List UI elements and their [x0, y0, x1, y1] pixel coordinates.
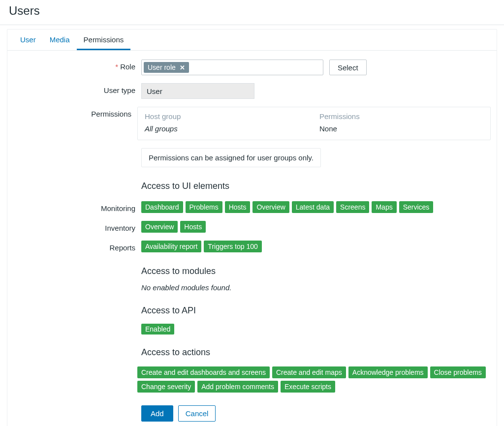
- api-status-pill: Enabled: [141, 324, 174, 335]
- permission-pill: Services: [399, 201, 434, 213]
- permission-pill: Triggers top 100: [204, 241, 261, 252]
- permissions-form: *Role User role ✕ Select User type User …: [7, 51, 497, 426]
- permission-pill: Latest data: [292, 201, 334, 213]
- role-multiselect[interactable]: User role ✕: [141, 60, 323, 75]
- permission-pill: Hosts: [180, 221, 206, 233]
- cancel-button[interactable]: Cancel: [178, 405, 216, 422]
- permission-pill: Execute scripts: [281, 381, 335, 393]
- api-title: Access to API: [141, 305, 196, 316]
- perm-row-hostgroup: All groups: [145, 124, 319, 133]
- row-api-title: Access to API: [13, 305, 491, 321]
- permission-pill: Screens: [336, 201, 369, 213]
- row-actions-title: Access to actions: [13, 347, 491, 363]
- actions-title: Access to actions: [141, 347, 210, 358]
- row-modules-note: No enabled modules found.: [13, 283, 491, 292]
- pills-inventory: OverviewHosts: [141, 221, 206, 233]
- label-inventory: Inventory: [13, 221, 141, 232]
- select-role-button[interactable]: Select: [329, 60, 367, 75]
- perm-header-permissions: Permissions: [319, 112, 483, 121]
- permissions-table: Host group Permissions All groups None: [137, 107, 491, 140]
- label-user-type: User type: [13, 83, 141, 94]
- row-user-type: User type User: [13, 83, 491, 99]
- permission-pill: Acknowledge problems: [348, 366, 428, 378]
- row-modules-title: Access to modules: [13, 266, 491, 281]
- row-ui-inventory: Inventory OverviewHosts: [13, 221, 491, 233]
- pills-reports: Availability reportTriggers top 100: [141, 241, 262, 252]
- row-permissions-note: Permissions can be assigned for user gro…: [13, 148, 491, 167]
- tab-permissions[interactable]: Permissions: [77, 30, 131, 50]
- permission-pill: Overview: [141, 221, 178, 233]
- label-role: *Role: [13, 60, 141, 71]
- permission-pill: Close problems: [430, 366, 486, 378]
- add-button[interactable]: Add: [141, 405, 173, 422]
- role-tag: User role ✕: [144, 62, 189, 73]
- panel: User Media Permissions *Role User role ✕…: [7, 29, 497, 426]
- permission-pill: Maps: [372, 201, 396, 213]
- row-ui-reports: Reports Availability reportTriggers top …: [13, 241, 491, 252]
- page-header: Users: [0, 0, 504, 25]
- permission-pill: Dashboard: [141, 201, 183, 213]
- tab-media[interactable]: Media: [43, 30, 77, 50]
- permission-pill: Create and edit maps: [272, 366, 346, 378]
- label-reports: Reports: [13, 241, 141, 252]
- label-permissions: Permissions: [13, 107, 137, 118]
- tab-user[interactable]: User: [13, 30, 43, 50]
- pills-monitoring: DashboardProblemsHostsOverviewLatest dat…: [141, 201, 433, 213]
- label-monitoring: Monitoring: [13, 201, 141, 213]
- row-buttons: Add Cancel: [13, 401, 491, 422]
- pills-actions: Create and edit dashboards and screensCr…: [137, 366, 491, 393]
- tabs: User Media Permissions: [7, 30, 497, 51]
- permission-pill: Hosts: [225, 201, 251, 213]
- modules-title: Access to modules: [141, 266, 216, 276]
- permission-pill: Add problem comments: [197, 381, 278, 393]
- modules-note: No enabled modules found.: [141, 283, 231, 292]
- row-role: *Role User role ✕ Select: [13, 60, 491, 75]
- permissions-note: Permissions can be assigned for user gro…: [141, 148, 321, 167]
- user-type-value: User: [141, 83, 254, 99]
- perm-row-permissions: None: [319, 124, 483, 133]
- perm-row: All groups None: [145, 124, 483, 133]
- close-icon[interactable]: ✕: [180, 64, 185, 71]
- permission-pill: Availability report: [141, 241, 201, 252]
- permission-pill: Change severity: [137, 381, 195, 393]
- row-ui-title: Access to UI elements: [13, 181, 491, 196]
- perm-header-hostgroup: Host group: [145, 112, 319, 121]
- ui-access-title: Access to UI elements: [141, 181, 229, 191]
- page-title: Users: [9, 4, 495, 18]
- permission-pill: Overview: [252, 201, 289, 213]
- permission-pill: Create and edit dashboards and screens: [137, 366, 270, 378]
- row-ui-monitoring: Monitoring DashboardProblemsHostsOvervie…: [13, 201, 491, 213]
- role-tag-label: User role: [148, 63, 176, 71]
- permission-pill: Problems: [186, 201, 222, 213]
- row-permissions: Permissions Host group Permissions All g…: [13, 107, 491, 140]
- row-actions-pills: Create and edit dashboards and screensCr…: [13, 366, 491, 393]
- row-api-status: Enabled: [13, 325, 491, 334]
